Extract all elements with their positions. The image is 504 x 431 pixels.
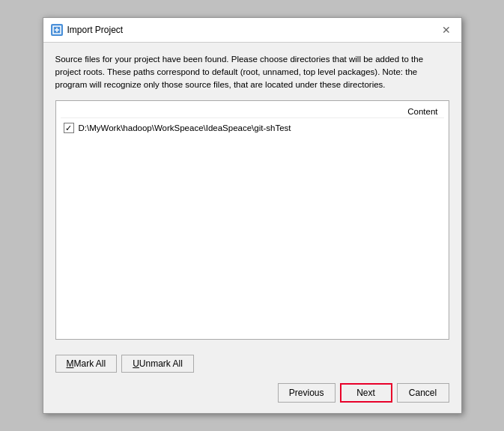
directory-checkbox[interactable] <box>64 123 74 133</box>
dialog-icon <box>51 24 63 36</box>
nav-buttons: Previous Next Cancel <box>55 383 449 403</box>
import-project-dialog: Import Project ✕ Source files for your p… <box>43 17 462 415</box>
unmark-all-button[interactable]: UUnmark All <box>121 355 194 373</box>
mark-all-label: MMark All <box>67 358 106 369</box>
close-button[interactable]: ✕ <box>439 22 454 37</box>
mark-buttons: MMark All UUnmark All <box>55 355 449 373</box>
previous-button[interactable]: Previous <box>278 383 336 403</box>
next-button[interactable]: Next <box>340 383 392 403</box>
content-area: Content D:\MyWork\hadoop\WorkSpeace\Idea… <box>55 100 449 340</box>
dialog-title: Import Project <box>67 25 124 35</box>
bottom-section: MMark All UUnmark All Previous Next Canc… <box>43 347 461 413</box>
cancel-button[interactable]: Cancel <box>397 383 449 403</box>
directory-path: D:\MyWork\hadoop\WorkSpeace\IdeaSpeace\g… <box>79 123 441 132</box>
content-column-label: Content <box>407 107 440 116</box>
unmark-all-label: UUnmark All <box>133 358 183 369</box>
mark-all-button[interactable]: MMark All <box>55 355 118 373</box>
title-bar: Import Project ✕ <box>43 18 461 43</box>
dialog-body: Source files for your project have been … <box>43 43 461 348</box>
directory-row: D:\MyWork\hadoop\WorkSpeace\IdeaSpeace\g… <box>61 121 444 135</box>
content-area-header: Content <box>61 106 444 118</box>
description-text: Source files for your project have been … <box>55 53 449 92</box>
title-bar-left: Import Project <box>51 24 124 36</box>
